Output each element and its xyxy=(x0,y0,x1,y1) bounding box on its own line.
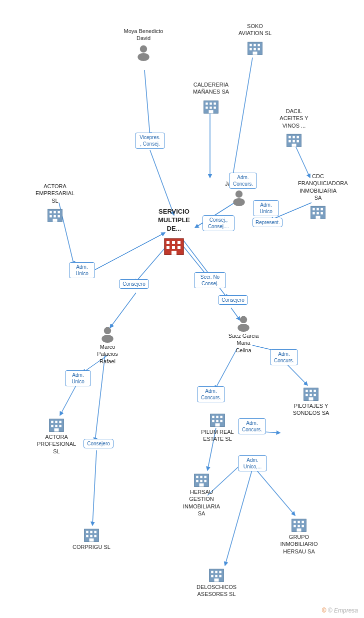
badge-adm-concurs-saez[interactable]: Adm.Concurs. xyxy=(270,349,298,365)
svg-rect-100 xyxy=(196,476,198,478)
svg-rect-118 xyxy=(59,421,62,423)
badge-vicepres[interactable]: Vicepres., Consej. xyxy=(135,133,165,149)
node-corprigu: CORPRIGU SL xyxy=(72,525,112,552)
person-icon-saez xyxy=(234,314,252,332)
node-pilotajes: PILOTAJES YSONDEOS SA xyxy=(291,384,331,418)
svg-rect-60 xyxy=(53,219,58,222)
node-servicio: SERVICIOMULTIPLEDE... xyxy=(154,208,194,257)
svg-rect-121 xyxy=(59,425,62,427)
building-icon-actora-prof xyxy=(48,415,66,433)
svg-rect-52 xyxy=(292,144,296,147)
svg-rect-86 xyxy=(220,416,222,418)
building-icon-soko xyxy=(246,39,264,57)
svg-line-0 xyxy=(144,70,150,136)
svg-rect-50 xyxy=(292,140,295,143)
building-icon-grupo-inm xyxy=(290,515,308,533)
svg-rect-93 xyxy=(310,390,312,392)
building-icon-cdc xyxy=(309,203,327,221)
svg-rect-101 xyxy=(200,476,202,478)
svg-rect-102 xyxy=(204,476,206,478)
svg-rect-55 xyxy=(54,211,56,214)
svg-rect-136 xyxy=(215,575,218,577)
svg-line-16 xyxy=(95,355,105,441)
svg-rect-72 xyxy=(178,241,180,244)
svg-rect-138 xyxy=(214,578,219,581)
svg-rect-46 xyxy=(288,136,291,139)
svg-rect-70 xyxy=(166,241,170,244)
svg-line-6 xyxy=(86,233,165,274)
building-icon-pilum xyxy=(208,410,226,428)
svg-rect-129 xyxy=(94,535,96,537)
badge-adm-concurs-pilum[interactable]: Adm.Concurs. xyxy=(197,386,225,402)
badge-represent[interactable]: Represent. xyxy=(252,218,282,227)
svg-rect-137 xyxy=(219,575,222,577)
svg-rect-54 xyxy=(50,211,52,214)
svg-rect-116 xyxy=(51,421,54,423)
svg-line-25 xyxy=(225,468,252,565)
person-icon-moya xyxy=(134,44,152,62)
svg-point-82 xyxy=(238,324,249,332)
badge-consejero-right[interactable]: Consejero xyxy=(218,295,248,305)
badge-adm-unico-grupo[interactable]: Adm.Unico,... xyxy=(238,455,267,471)
badge-adm-unico-cdc[interactable]: Adm.Unico xyxy=(253,200,279,216)
svg-rect-98 xyxy=(309,397,314,400)
svg-rect-76 xyxy=(172,251,176,255)
svg-rect-68 xyxy=(316,216,320,219)
svg-rect-57 xyxy=(50,215,52,218)
svg-rect-62 xyxy=(312,208,315,211)
svg-rect-90 xyxy=(216,423,220,426)
svg-rect-56 xyxy=(58,211,60,214)
svg-rect-59 xyxy=(58,215,60,218)
person-icon-javier xyxy=(230,189,248,207)
badge-adm-concurs-pilotajes[interactable]: Adm.Concurs. xyxy=(238,418,266,434)
building-icon-hersau-gest xyxy=(192,470,210,488)
svg-point-81 xyxy=(240,316,247,323)
svg-line-24 xyxy=(255,468,295,515)
node-actora-prof: ACTORAPROFESIONAL SL xyxy=(36,415,76,456)
svg-point-77 xyxy=(236,191,242,198)
svg-point-78 xyxy=(233,198,244,206)
svg-rect-43 xyxy=(214,106,216,109)
svg-rect-67 xyxy=(320,212,323,215)
svg-point-28 xyxy=(138,53,149,61)
svg-rect-34 xyxy=(254,48,256,50)
building-icon-pilotajes xyxy=(302,384,320,402)
svg-rect-88 xyxy=(216,420,218,422)
badge-consejero-marco[interactable]: Consejero xyxy=(84,439,114,448)
building-icon-deloschicos xyxy=(208,565,226,583)
node-actora-emp: ACTORAEMPRESARIAL SL xyxy=(35,183,75,224)
node-cdc: CDCFRANQUICIADORAINMOBILIARIA SA xyxy=(298,173,338,221)
svg-rect-40 xyxy=(214,102,216,105)
svg-line-19 xyxy=(285,362,308,385)
svg-rect-74 xyxy=(172,246,175,249)
svg-line-15 xyxy=(60,383,78,415)
svg-rect-120 xyxy=(55,425,58,427)
badge-adm-unico-actora[interactable]: Adm.Unico xyxy=(69,262,95,278)
svg-rect-44 xyxy=(209,110,214,113)
svg-rect-84 xyxy=(212,416,214,418)
badge-adm-concurs1[interactable]: Adm.Concurs. xyxy=(229,173,257,189)
svg-rect-133 xyxy=(215,571,218,573)
badge-secr-no-consej[interactable]: Secr. NoConsej. xyxy=(194,272,226,288)
svg-rect-92 xyxy=(306,390,308,392)
badge-adm-unico-marco[interactable]: Adm.Unico xyxy=(65,370,91,386)
node-soko: SOKO AVIATION SL xyxy=(235,23,275,57)
svg-rect-117 xyxy=(55,421,58,423)
svg-rect-110 xyxy=(302,521,304,523)
svg-point-80 xyxy=(102,335,113,343)
node-grupo-inm: GRUPOINMOBILIARIOHERSAU SA xyxy=(279,515,319,556)
diagram-canvas: Moya Benedicto David SOKO AVIATION SL CA… xyxy=(0,0,364,618)
svg-rect-122 xyxy=(54,428,59,431)
svg-rect-48 xyxy=(296,136,299,139)
node-marco: MarcoPalaciosRafael xyxy=(88,325,128,366)
watermark: © © Empresa xyxy=(322,607,358,614)
svg-rect-73 xyxy=(166,246,170,249)
building-icon-caldereria xyxy=(202,97,220,115)
svg-rect-113 xyxy=(302,525,304,527)
svg-rect-75 xyxy=(178,246,180,249)
svg-rect-111 xyxy=(294,525,296,527)
svg-rect-124 xyxy=(86,531,88,533)
svg-point-79 xyxy=(104,327,111,334)
badge-consej-consej[interactable]: Consej.,Consej.... xyxy=(202,215,234,231)
badge-consejero-left[interactable]: Consejero xyxy=(119,279,149,289)
